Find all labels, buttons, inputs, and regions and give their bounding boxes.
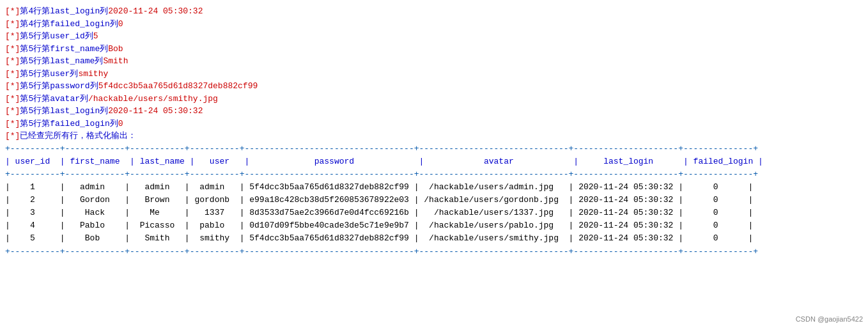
log-prefix: [*] [5, 19, 20, 29]
log-value: 2020-11-24 05:30:32 [108, 6, 203, 16]
log-prefix: [*] [5, 131, 20, 141]
log-line: [*]第5行第password列5f4dcc3b5aa765d61d8327de… [5, 81, 258, 91]
log-label: 第5行第last_login列 [20, 106, 108, 116]
log-prefix: [*] [5, 94, 20, 104]
log-label: 第5行第user列 [20, 69, 78, 79]
log-line: [*]第5行第last_login列2020-11-24 05:30:32 [5, 106, 203, 116]
log-prefix: [*] [5, 31, 20, 41]
log-label: 第5行第password列 [20, 81, 98, 91]
terminal-output: [*]第4行第last_login列2020-11-24 05:30:32 [*… [5, 5, 863, 258]
log-line: [*]第5行第failed_login列0 [5, 119, 123, 129]
log-value: smithy [78, 69, 108, 79]
log-line: [*]第5行第user_id列5 [5, 31, 98, 41]
table-row: | 4 | Pablo | Picasso | pablo | 0d107d09… [5, 221, 753, 230]
log-value: 5 [93, 31, 98, 41]
log-value: 2020-11-24 05:30:32 [108, 106, 203, 116]
log-prefix: [*] [5, 56, 20, 66]
log-prefix: [*] [5, 69, 20, 79]
log-prefix: [*] [5, 81, 20, 91]
log-line: [*]第4行第last_login列2020-11-24 05:30:32 [5, 6, 203, 16]
log-prefix: [*] [5, 6, 20, 16]
log-label: 已经查完所有行，格式化输出： [20, 131, 136, 141]
table-row: | 1 | admin | admin | admin | 5f4dcc3b5a… [5, 182, 753, 192]
log-label: 第5行第failed_login列 [20, 119, 118, 129]
log-label: 第5行第first_name列 [20, 44, 108, 54]
watermark: CSDN @gaojian5422 [796, 315, 863, 323]
log-label: 第5行第last_name列 [20, 56, 103, 66]
log-value: Bob [108, 44, 123, 54]
log-line: [*]第4行第failed_login列0 [5, 19, 123, 29]
log-line: [*]第5行第avatar列/hackable/users/smithy.jpg [5, 94, 218, 104]
log-line: [*]第5行第first_name列Bob [5, 44, 123, 54]
log-prefix: [*] [5, 119, 20, 129]
log-label: 第4行第failed_login列 [20, 19, 118, 29]
log-value: 5f4dcc3b5aa765d61d8327deb882cf99 [98, 81, 258, 91]
log-value: Smith [103, 56, 128, 66]
log-label: 第5行第avatar列 [20, 94, 88, 104]
table-row: | 5 | Bob | Smith | smithy | 5f4dcc3b5aa… [5, 233, 753, 243]
log-line: [*]第5行第last_name列Smith [5, 56, 128, 66]
log-label: 第5行第user_id列 [20, 31, 93, 41]
log-line: [*]第5行第user列smithy [5, 69, 108, 79]
table-row: | 3 | Hack | Me | 1337 | 8d3533d75ae2c39… [5, 208, 753, 217]
log-prefix: [*] [5, 106, 20, 116]
table-row: | 2 | Gordon | Brown | gordonb | e99a18c… [5, 195, 753, 205]
log-prefix: [*] [5, 44, 20, 54]
log-value: 0 [118, 119, 123, 129]
log-value: 0 [118, 19, 123, 29]
log-line: [*]已经查完所有行，格式化输出： [5, 131, 136, 141]
log-label: 第4行第last_login列 [20, 6, 108, 16]
log-value: /hackable/users/smithy.jpg [88, 94, 218, 104]
